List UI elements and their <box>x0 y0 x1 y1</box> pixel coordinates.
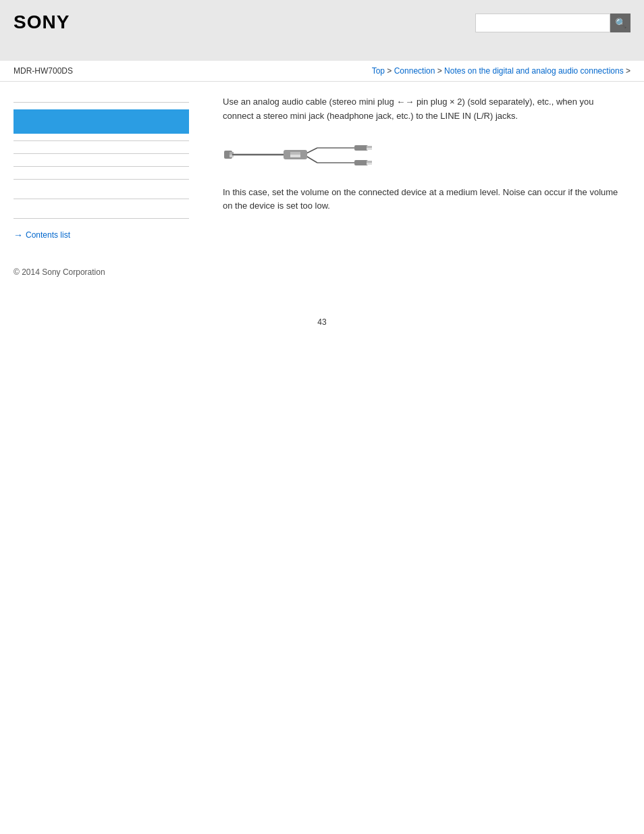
sidebar: → Contents list <box>0 82 209 254</box>
content-paragraph-2: In this case, set the volume on the conn… <box>223 186 624 214</box>
arrow-icon: → <box>14 230 23 240</box>
search-button[interactable]: 🔍 <box>610 14 630 32</box>
header: SONY 🔍 <box>0 0 644 61</box>
model-name: MDR-HW700DS <box>14 66 73 76</box>
svg-rect-12 <box>354 160 368 165</box>
copyright: © 2014 Sony Corporation <box>14 267 105 277</box>
sidebar-line-2 <box>14 140 189 141</box>
svg-rect-16 <box>290 152 300 155</box>
svg-rect-14 <box>367 163 372 165</box>
contents-list-label: Contents list <box>26 230 70 240</box>
cable-svg <box>223 134 392 175</box>
svg-rect-13 <box>367 161 372 163</box>
content-paragraph-1: Use an analog audio cable (stereo mini p… <box>223 95 624 124</box>
sidebar-line-7 <box>14 218 189 219</box>
contents-list-link[interactable]: → Contents list <box>14 230 196 240</box>
sidebar-line-4 <box>14 166 189 167</box>
sidebar-line-6 <box>14 199 189 199</box>
svg-rect-8 <box>354 145 368 151</box>
header-top: SONY 🔍 <box>14 8 630 33</box>
search-input[interactable] <box>475 14 610 32</box>
sidebar-line-5 <box>14 179 189 180</box>
svg-rect-9 <box>367 146 372 148</box>
footer: © 2014 Sony Corporation <box>0 254 644 290</box>
sidebar-line-3 <box>14 153 189 154</box>
breadcrumb-page-link[interactable]: Notes on the digital and analog audio co… <box>444 66 624 76</box>
cable-diagram <box>223 134 624 175</box>
search-area: 🔍 <box>475 14 630 32</box>
content-area: Use an analog audio cable (stereo mini p… <box>209 82 644 254</box>
breadcrumb-top-link[interactable]: Top <box>372 66 385 76</box>
sidebar-line-1 <box>14 102 189 103</box>
breadcrumb-connection-link[interactable]: Connection <box>394 66 435 76</box>
svg-rect-10 <box>367 148 372 150</box>
sidebar-active-item[interactable] <box>14 109 189 134</box>
svg-rect-17 <box>290 155 300 157</box>
breadcrumb: Top > Connection > Notes on the digital … <box>372 66 630 76</box>
main-layout: → Contents list Use an analog audio cabl… <box>0 82 644 254</box>
breadcrumb-bar: MDR-HW700DS Top > Connection > Notes on … <box>0 61 644 82</box>
search-icon: 🔍 <box>615 18 626 28</box>
sony-logo: SONY <box>14 11 70 33</box>
page-number: 43 <box>0 317 644 340</box>
